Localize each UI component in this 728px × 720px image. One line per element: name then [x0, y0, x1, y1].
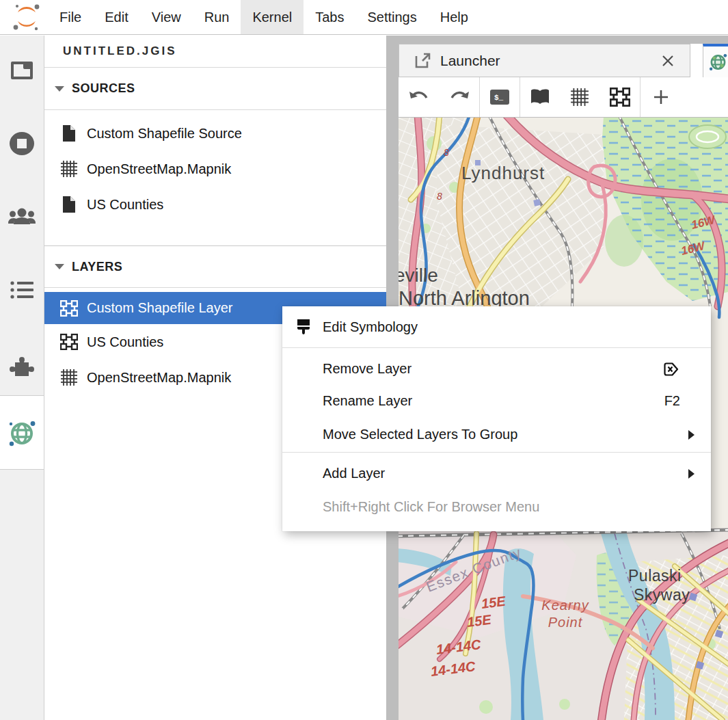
- context-menu-item-edit-symbology[interactable]: Edit Symbology: [282, 306, 711, 347]
- submenu-arrow-icon: [688, 430, 695, 440]
- grid-icon: [60, 369, 78, 386]
- book-button[interactable]: [520, 77, 560, 117]
- undo-button[interactable]: [399, 77, 439, 117]
- sidebar-tab-gis[interactable]: [0, 421, 44, 446]
- menu-edit[interactable]: Edit: [93, 0, 139, 34]
- svg-text:Skyway: Skyway: [634, 586, 690, 604]
- users-icon: [8, 206, 36, 228]
- vector-square-icon: [610, 88, 630, 107]
- caret-down-icon: [55, 264, 64, 269]
- source-item-label: OpenStreetMap.Mapnik: [87, 161, 231, 177]
- book-icon: [530, 89, 550, 105]
- source-item[interactable]: OpenStreetMap.Mapnik: [44, 151, 386, 187]
- menu-tabs[interactable]: Tabs: [304, 0, 355, 34]
- svg-text:eville: eville: [399, 265, 438, 286]
- terminal-icon: $_: [489, 88, 510, 106]
- layers-section-header[interactable]: LAYERS: [44, 245, 386, 288]
- svg-text:Lyndhurst: Lyndhurst: [461, 163, 545, 183]
- bulleted-list-icon: [10, 280, 34, 300]
- menu-run[interactable]: Run: [193, 0, 241, 34]
- source-item[interactable]: Custom Shapefile Source: [44, 116, 386, 151]
- context-menu-item-browser-menu-hint: Shift+Right Click For Browser Menu: [282, 491, 711, 522]
- menu-help[interactable]: Help: [429, 0, 480, 34]
- plus-icon: [652, 88, 670, 106]
- tab-gis-document[interactable]: [703, 44, 728, 77]
- svg-text:15E: 15E: [466, 612, 493, 630]
- layers-header-label: LAYERS: [72, 260, 122, 274]
- tab-label: Launcher: [440, 53, 500, 69]
- file-icon: [60, 124, 78, 142]
- toolbar-group-add: [641, 77, 728, 117]
- context-menu-label: Remove Layer: [323, 361, 412, 377]
- context-menu-item-remove-layer[interactable]: Remove Layer: [282, 353, 711, 385]
- sidebar-tab-extensions[interactable]: [0, 354, 44, 379]
- context-menu-separator: [282, 452, 711, 453]
- context-menu-item-rename-layer[interactable]: Rename Layer F2: [282, 385, 711, 417]
- sidebar-tab-toc[interactable]: [0, 277, 44, 303]
- vector-square-button[interactable]: [600, 77, 640, 117]
- sidebar-active-section: [0, 396, 44, 469]
- menu-kernel[interactable]: Kernel: [241, 0, 304, 34]
- sidebar-tab-collaboration[interactable]: [0, 204, 44, 230]
- map-toolbar: $_: [399, 77, 728, 118]
- context-menu-label: Move Selected Layers To Group: [323, 427, 517, 442]
- vector-square-icon: [60, 334, 78, 350]
- svg-text:Point: Point: [548, 615, 583, 630]
- layer-item-label: OpenStreetMap.Mapnik: [87, 370, 231, 386]
- dock-top-strip: [399, 36, 728, 44]
- layer-item-label: US Counties: [87, 334, 163, 350]
- svg-text:8: 8: [444, 147, 449, 158]
- add-button[interactable]: [641, 77, 681, 117]
- redo-button[interactable]: [439, 77, 479, 117]
- sidebar-bottom-section: [0, 469, 44, 720]
- jupytergis-logo: [11, 2, 42, 32]
- redo-icon: [448, 90, 471, 105]
- menu-settings[interactable]: Settings: [355, 0, 428, 34]
- shortcut-label: F2: [664, 393, 680, 409]
- sidebar-tab-files[interactable]: [0, 57, 44, 83]
- dock-tabbar: Launcher: [399, 44, 728, 77]
- source-item-label: Custom Shapefile Source: [87, 126, 242, 142]
- stop-circle-icon: [9, 131, 35, 156]
- menu-file[interactable]: File: [48, 0, 93, 34]
- sources-list: Custom Shapefile Source OpenStreetMap.Ma…: [44, 110, 386, 245]
- context-menu-label: Edit Symbology: [323, 319, 418, 335]
- jupytergis-window: File Edit View Run Kernel Tabs Settings …: [0, 0, 728, 720]
- terminal-button[interactable]: $_: [480, 77, 520, 117]
- grid-icon: [570, 88, 589, 107]
- menubar: File Edit View Run Kernel Tabs Settings …: [0, 0, 728, 35]
- vector-square-icon: [60, 300, 78, 317]
- sidebar-tabstrip: [0, 36, 44, 720]
- puzzle-icon: [10, 354, 34, 379]
- layer-item-label: Custom Shapefile Layer: [87, 300, 232, 316]
- sources-header-label: SOURCES: [72, 81, 135, 96]
- jupytergis-globe-icon: [708, 52, 728, 72]
- svg-text:Pulaski: Pulaski: [628, 567, 682, 585]
- undo-icon: [407, 90, 431, 105]
- tab-launcher[interactable]: Launcher: [399, 44, 690, 77]
- logo-icon: [11, 1, 42, 33]
- sidebar-top-section: [0, 36, 44, 396]
- context-menu-item-add-layer[interactable]: Add Layer: [282, 456, 711, 491]
- toolbar-group-layers: [520, 77, 641, 117]
- menu-view[interactable]: View: [140, 0, 193, 34]
- svg-text:15E: 15E: [481, 594, 507, 611]
- svg-text:$_: $_: [494, 94, 504, 102]
- source-item[interactable]: US Counties: [44, 187, 386, 222]
- svg-text:8: 8: [437, 191, 442, 202]
- gis-globe-icon: [8, 420, 36, 447]
- toolbar-group-console: $_: [480, 77, 520, 117]
- grid-icon: [60, 160, 78, 178]
- context-menu-label: Shift+Right Click For Browser Menu: [323, 499, 539, 515]
- caret-down-icon: [55, 86, 64, 92]
- close-icon: [661, 54, 675, 68]
- grid-button[interactable]: [560, 77, 599, 117]
- sources-section-header[interactable]: SOURCES: [44, 68, 386, 110]
- file-icon: [60, 196, 78, 213]
- svg-text:Kearny: Kearny: [541, 598, 589, 613]
- panel-title: UNTITLED.JGIS: [44, 36, 386, 68]
- sidebar-tab-running[interactable]: [0, 131, 44, 157]
- context-menu-item-move-to-group[interactable]: Move Selected Layers To Group: [282, 417, 711, 452]
- folder-icon: [10, 60, 34, 81]
- tab-close-button[interactable]: [661, 54, 675, 68]
